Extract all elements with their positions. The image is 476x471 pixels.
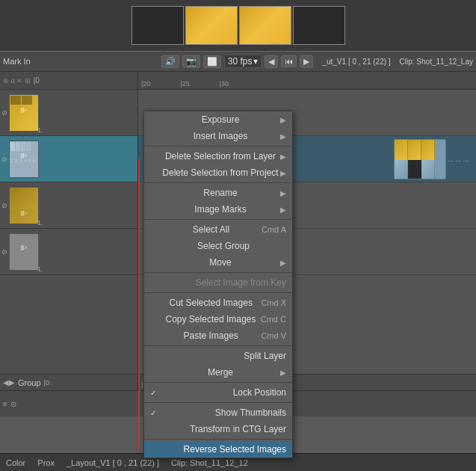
sep7 <box>144 382 292 383</box>
track-label-2: ⊘ ||▷ 1. 2. 3. 4. 5. 6. <box>0 136 137 182</box>
track-thumb-3: ||▷ <box>9 187 39 224</box>
track-number-1: 1. <box>37 126 43 134</box>
preview-strip <box>132 4 345 47</box>
track-thumb-2: ||▷ 1. 2. 3. 4. 5. 6. <box>9 141 39 178</box>
bottom-control-btn2[interactable]: ⊙ <box>10 400 16 408</box>
camera-btn[interactable]: 📷 <box>182 55 200 68</box>
mark-in-label: Mark In <box>3 57 31 66</box>
menu-item-insert-images[interactable]: Insert Images ▶ <box>144 128 292 144</box>
menu-label-cut: Cut Selected Images <box>169 298 252 308</box>
menu-item-reverse[interactable]: Reverse Selected Images <box>144 441 292 458</box>
preview-frame-2 <box>239 6 291 45</box>
fps-box[interactable]: 30 fps ▾ <box>224 55 262 68</box>
toolbar: Mark In 🔊 📷 ⬜ 30 fps ▾ ◀ ⏮ ▶ _ut_V1 [ 0 … <box>0 51 476 72</box>
timeline-ruler: |20 |25 |30 <box>138 72 476 89</box>
audio-btn[interactable]: 🔊 <box>161 55 179 68</box>
shortcut-select-all: Cmd A <box>262 225 286 234</box>
track-thumb-1: ||▷ <box>9 94 39 132</box>
menu-item-delete-project[interactable]: Delete Selection from Project ▶ <box>144 164 292 181</box>
preview-frame-dark <box>132 6 184 45</box>
menu-item-image-marks[interactable]: Image Marks ▶ <box>144 201 292 218</box>
sep6 <box>144 345 292 346</box>
menu-label-delete-project: Delete Selection from Project <box>162 167 278 178</box>
track-label-3: ⊘ ||▷ 1. <box>0 182 137 229</box>
group-label: Group <box>18 378 41 387</box>
clip-info: _ut_V1 [ 0 , 21 (22) ] <box>322 58 390 66</box>
bottom-control-btn1[interactable]: ≡ <box>3 400 7 408</box>
check-lock: ✓ <box>150 389 161 397</box>
preview-frame-1 <box>185 6 238 45</box>
menu-item-rename[interactable]: Rename ▶ <box>144 185 292 201</box>
menu-item-paste[interactable]: Paste Images Cmd V <box>144 327 292 344</box>
sep2 <box>144 182 292 183</box>
menu-item-merge[interactable]: Merge ▶ <box>144 364 292 381</box>
color-status: Color <box>6 458 25 467</box>
menu-label-image-marks: Image Marks <box>194 204 246 215</box>
context-menu: Exposure ▶ Insert Images ▶ Delete Select… <box>143 111 293 458</box>
menu-label-split-layer: Split Layer <box>244 351 286 361</box>
play-btn[interactable]: ▶ <box>300 55 313 68</box>
track-labels: ⊘ ||▷ 1. ⊘ ||▷ <box>0 90 138 374</box>
menu-label-merge: Merge <box>208 367 233 378</box>
sep9 <box>144 439 292 440</box>
status-clip-name: Clip: Shot_11_12_12 <box>171 458 248 467</box>
menu-item-show-thumbnails[interactable]: ✓ Show Thumbnails <box>144 404 292 421</box>
menu-item-transform-ctg[interactable]: Transform in CTG Layer <box>144 421 292 437</box>
track-thumb-4: ||▷ <box>9 233 39 271</box>
menu-label-select-all: Select All <box>193 224 229 235</box>
track-number-4: 1. <box>37 265 43 273</box>
track-label-4: ⊘ ||▷ 1. <box>0 229 137 275</box>
prev-frame-btn[interactable]: ◀ <box>265 55 278 68</box>
menu-label-select-group: Select Group <box>197 241 250 251</box>
sep1 <box>144 146 292 147</box>
track-clips-right: ... ... ... <box>394 139 469 179</box>
menu-label-delete-layer: Delete Selection from Layer <box>165 151 276 161</box>
clip-block-1 <box>394 139 446 179</box>
menu-item-copy[interactable]: Copy Selected Images Cmd C <box>144 311 292 327</box>
clip-label: Clip: Shot_11_12_Lay <box>400 58 473 66</box>
proxy-status: Prox <box>37 458 55 467</box>
status-clip-info: _Layout_V1 [ 0 , 21 (22) ] <box>67 458 159 467</box>
menu-label-show-thumbnails: Show Thumbnails <box>215 407 286 418</box>
menu-label-exposure: Exposure <box>202 114 240 125</box>
menu-item-cut[interactable]: Cut Selected Images Cmd X <box>144 295 292 311</box>
timeline-header: ⊕ α ✕ ⊞ |0 |20 |25 |30 <box>0 72 476 90</box>
menu-item-move[interactable]: Move ▶ <box>144 254 292 271</box>
step-back-btn[interactable]: ⏮ <box>281 55 297 67</box>
fps-value: 30 fps <box>228 56 253 67</box>
track-label-header: ⊕ α ✕ ⊞ |0 <box>0 72 138 89</box>
menu-label-paste: Paste Images <box>184 330 238 341</box>
preview-frame-dark2 <box>293 6 345 45</box>
track-label-1: ⊘ ||▷ 1. <box>0 90 137 136</box>
menu-label-transform-ctg: Transform in CTG Layer <box>190 424 286 434</box>
menu-item-exposure[interactable]: Exposure ▶ <box>144 111 292 128</box>
menu-label-select-from-key: Select Image from Key <box>196 277 286 288</box>
menu-item-select-all[interactable]: Select All Cmd A <box>144 221 292 238</box>
playhead-line <box>138 158 140 450</box>
bottom-track-label: ◀▶ Group |0 <box>0 375 138 390</box>
menu-label-reverse: Reverse Selected Images <box>184 444 286 455</box>
check-thumbnails: ✓ <box>150 409 161 417</box>
menu-label-lock-position: Lock Position <box>233 387 286 398</box>
sep4 <box>144 272 292 273</box>
frame-btn[interactable]: ⬜ <box>203 55 221 68</box>
preview-area <box>0 0 476 51</box>
shortcut-paste: Cmd V <box>261 331 286 340</box>
menu-label-insert-images: Insert Images <box>194 131 248 141</box>
sep8 <box>144 402 292 403</box>
fps-arrow: ▾ <box>253 56 258 67</box>
menu-item-select-group[interactable]: Select Group <box>144 238 292 254</box>
sep5 <box>144 292 292 293</box>
track-number-3: 1. <box>37 219 43 227</box>
menu-item-lock-position[interactable]: ✓ Lock Position <box>144 384 292 401</box>
menu-item-select-from-key[interactable]: Select Image from Key <box>144 274 292 291</box>
toolbar-right: 🔊 📷 ⬜ 30 fps ▾ ◀ ⏮ ▶ _ut_V1 [ 0 , 21 (22… <box>161 55 473 68</box>
menu-label-copy: Copy Selected Images <box>166 314 256 324</box>
menu-label-move: Move <box>209 257 231 268</box>
sep3 <box>144 219 292 220</box>
menu-label-rename: Rename <box>203 188 237 198</box>
menu-item-split-layer[interactable]: Split Layer <box>144 348 292 364</box>
menu-item-delete-layer[interactable]: Delete Selection from Layer ▶ <box>144 148 292 164</box>
shortcut-cut: Cmd X <box>261 298 286 307</box>
shortcut-copy: Cmd C <box>261 315 286 324</box>
